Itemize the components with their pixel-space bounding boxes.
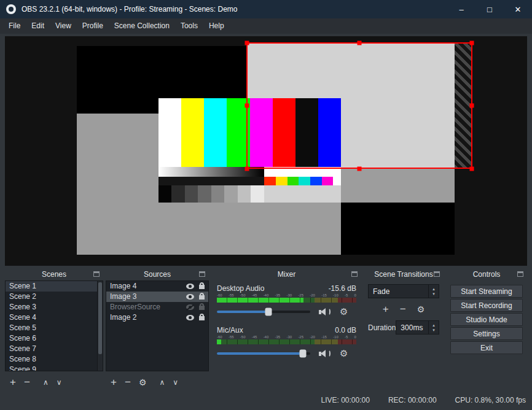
combo-arrows-icon[interactable]: ▴ ▾ (428, 285, 439, 298)
mixer-panel-header[interactable]: Mixer (212, 268, 361, 280)
visibility-eye-icon[interactable] (186, 284, 194, 289)
lock-icon[interactable] (199, 285, 205, 289)
add-source-button[interactable]: + (111, 378, 117, 387)
visibility-eye-icon[interactable] (186, 315, 194, 320)
start-recording-button[interactable]: Start Recording (450, 299, 523, 312)
remove-transition-button[interactable]: − (400, 305, 406, 314)
menu-tools[interactable]: Tools (175, 18, 203, 34)
lock-icon[interactable] (199, 316, 205, 320)
menu-file[interactable]: File (3, 18, 26, 34)
source-down-button[interactable]: ∨ (173, 378, 178, 387)
remove-source-button[interactable]: − (125, 378, 131, 387)
source-list-item[interactable]: Image 4 (106, 281, 208, 292)
channel-settings-gear-icon[interactable]: ⚙ (340, 307, 348, 317)
combo-down-icon[interactable]: ▾ (432, 292, 435, 296)
titlebar: OBS 23.2.1 (64-bit, windows) - Profile: … (0, 0, 532, 18)
volume-slider[interactable] (217, 352, 310, 355)
add-scene-button[interactable]: + (10, 378, 16, 387)
exit-button[interactable]: Exit (450, 341, 523, 354)
meter-tick-label: -25 (298, 335, 303, 339)
scene-list-item[interactable]: Scene 1 (6, 281, 103, 292)
close-button[interactable]: ✕ (504, 0, 532, 18)
transitions-panel-header[interactable]: Scene Transitions (364, 268, 444, 280)
dock-float-icon[interactable] (199, 271, 205, 277)
studio-mode-button[interactable]: Studio Mode (450, 313, 523, 326)
meter-tick-label: -55 (229, 335, 234, 339)
remove-scene-button[interactable]: − (24, 378, 30, 387)
menu-help[interactable]: Help (203, 18, 230, 34)
scene-list-item[interactable]: Scene 3 (6, 302, 103, 312)
source-up-button[interactable]: ∧ (159, 378, 165, 387)
scene-list-item[interactable]: Scene 6 (6, 333, 103, 344)
dock-float-icon[interactable] (434, 271, 440, 277)
scene-list-item[interactable]: Scene 7 (6, 344, 103, 354)
selection-handle-bottom-left[interactable] (245, 167, 249, 171)
selection-handle-mid-left[interactable] (245, 104, 249, 108)
volume-slider-handle[interactable] (299, 350, 306, 358)
menu-profile[interactable]: Profile (77, 18, 109, 34)
controls-panel-header[interactable]: Controls (446, 268, 527, 280)
scrollbar-thumb[interactable] (98, 282, 102, 354)
visibility-eye-off-icon[interactable] (186, 304, 194, 310)
meter-tick-label: -40 (264, 335, 269, 339)
transition-buttons: + − ⚙ (368, 305, 439, 314)
scene-up-button[interactable]: ∧ (43, 378, 49, 387)
selection-handle-top-right[interactable] (470, 41, 474, 45)
settings-button[interactable]: Settings (450, 327, 523, 340)
source-list-item[interactable]: Image 3 (106, 292, 208, 302)
preview-area[interactable] (5, 36, 527, 266)
volume-slider[interactable] (217, 311, 310, 313)
sources-panel-header[interactable]: Sources (106, 268, 209, 280)
transition-select[interactable]: Fade ▴ ▾ (368, 284, 439, 298)
obs-logo-icon (6, 4, 16, 14)
lock-icon[interactable] (199, 295, 205, 300)
dock-float-icon[interactable] (517, 271, 523, 277)
scene-down-button[interactable]: ∨ (57, 378, 62, 387)
maximize-button[interactable]: □ (475, 0, 504, 18)
dock-float-icon[interactable] (93, 271, 100, 277)
spin-up-icon[interactable]: ▴ (432, 323, 435, 328)
selection-handle-bottom-center[interactable] (358, 167, 362, 171)
selection-handle-top-left[interactable] (245, 41, 249, 45)
controls-panel: Controls Start Streaming Start Recording… (446, 268, 527, 391)
scene-list-scrollbar[interactable] (97, 281, 103, 371)
transition-settings-gear-icon[interactable]: ⚙ (417, 305, 425, 314)
start-streaming-button[interactable]: Start Streaming (450, 285, 523, 298)
scene-list-item[interactable]: Scene 5 (6, 323, 103, 333)
scene-list-item[interactable]: Scene 4 (6, 312, 103, 323)
cpu-fps-stats: CPU: 0.8%, 30.00 fps (455, 396, 526, 404)
menu-edit[interactable]: Edit (26, 18, 50, 34)
source-properties-gear-icon[interactable]: ⚙ (139, 378, 147, 387)
add-transition-button[interactable]: + (383, 305, 389, 314)
scene-list-item[interactable]: Scene 9 (6, 365, 103, 371)
selection-handle-top-center[interactable] (358, 41, 362, 45)
channel-settings-gear-icon[interactable]: ⚙ (340, 349, 348, 358)
source-list-item[interactable]: BrowserSource (106, 302, 208, 312)
menu-scene-collection[interactable]: Scene Collection (109, 18, 175, 34)
scenes-panel-header[interactable]: Scenes (5, 268, 103, 280)
meter-tick-label: -10 (333, 293, 338, 297)
color-bars-rainbow-strip (158, 177, 341, 185)
speaker-mute-icon[interactable] (319, 307, 331, 317)
menu-view[interactable]: View (50, 18, 77, 34)
speaker-mute-icon[interactable] (319, 349, 331, 358)
spin-arrows-icon[interactable]: ▴ ▾ (428, 321, 439, 334)
source-list-item[interactable]: Image 2 (106, 312, 208, 323)
duration-spinbox[interactable]: 300ms ▴ ▾ (396, 320, 439, 335)
color-bars-grayscale-steps (158, 185, 341, 203)
visibility-eye-icon[interactable] (186, 294, 194, 300)
scene-list-item[interactable]: Scene 8 (6, 354, 103, 365)
combo-up-icon[interactable]: ▴ (432, 287, 435, 292)
scene-list-item[interactable]: Scene 2 (6, 292, 103, 302)
spin-down-icon[interactable]: ▾ (432, 328, 435, 333)
meter-tick-label: -60 (217, 293, 222, 297)
mixer-panel: Mixer Desktop Audio -15.6 dB -60-55-50-4… (212, 268, 361, 391)
minimize-button[interactable]: – (447, 0, 475, 18)
scene-list: Scene 1 Scene 2 Scene 3 Scene 4 Scene 5 … (5, 280, 103, 371)
selection-handle-bottom-right[interactable] (470, 167, 474, 171)
dock-float-icon[interactable] (351, 271, 358, 277)
volume-slider-handle[interactable] (265, 308, 272, 316)
lock-icon[interactable] (199, 306, 205, 310)
selection-handle-mid-right[interactable] (470, 104, 474, 108)
transition-selected-value: Fade (373, 287, 389, 296)
